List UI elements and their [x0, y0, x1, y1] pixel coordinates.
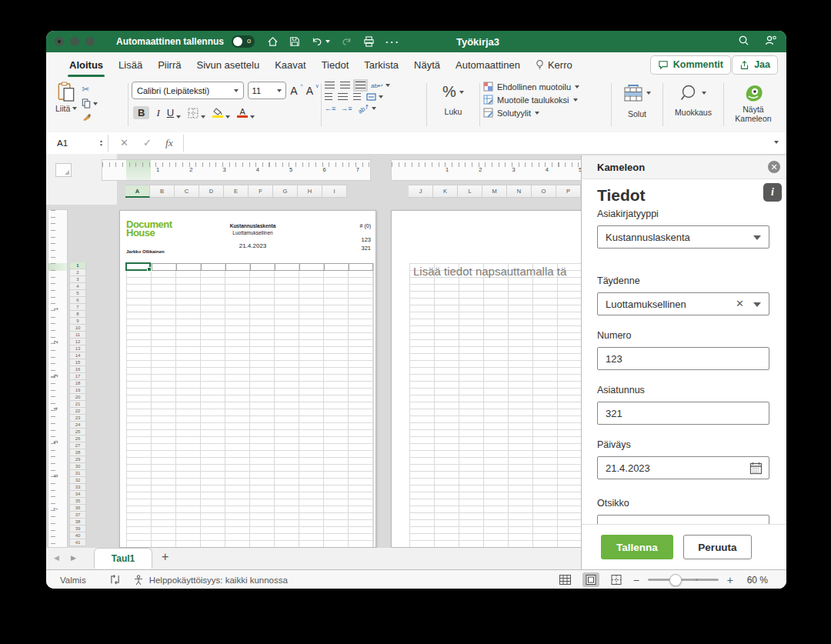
row-header[interactable]: 7: [69, 304, 86, 311]
add-details-hint-text[interactable]: Lisää tiedot napsauttamalla tä: [413, 265, 566, 278]
column-header[interactable]: N: [507, 185, 532, 198]
format-painter-button[interactable]: [82, 112, 98, 122]
normal-view-button[interactable]: [557, 572, 574, 587]
search-icon[interactable]: [738, 35, 749, 49]
row-header[interactable]: 28: [69, 449, 86, 456]
merge-center-button[interactable]: [366, 93, 383, 101]
copy-button[interactable]: [82, 98, 98, 108]
column-header[interactable]: G: [273, 185, 298, 198]
sheet-tab-taul1[interactable]: Taul1: [94, 548, 152, 569]
zoom-in-button[interactable]: +: [727, 574, 733, 586]
row-header[interactable]: 20: [69, 394, 86, 401]
column-header[interactable]: E: [224, 185, 249, 198]
row-header[interactable]: 23: [69, 415, 86, 422]
row-header[interactable]: 40: [69, 532, 86, 539]
row-header[interactable]: 30: [69, 463, 86, 470]
info-button[interactable]: i: [763, 183, 782, 202]
row-header[interactable]: 37: [69, 512, 86, 519]
font-size-select[interactable]: 11: [248, 82, 287, 99]
bold-button[interactable]: B: [133, 106, 149, 119]
editing-button[interactable]: [680, 82, 706, 105]
align-middle-icon[interactable]: [340, 82, 350, 89]
increase-font-button[interactable]: A^: [290, 85, 302, 97]
insert-function-button[interactable]: fx: [165, 132, 173, 153]
row-header[interactable]: 27: [69, 442, 86, 449]
tab-sivun-asettelu[interactable]: Sivun asettelu: [195, 54, 261, 76]
column-header[interactable]: A: [125, 185, 150, 198]
paste-button[interactable]: Liitä: [55, 82, 77, 132]
align-center-icon[interactable]: [338, 93, 348, 101]
wrap-text-button[interactable]: ab↩: [371, 82, 390, 89]
column-header[interactable]: D: [199, 185, 224, 198]
zoom-slider[interactable]: [648, 579, 719, 581]
cell-grid-page1[interactable]: [126, 263, 374, 548]
accessibility-icon[interactable]: [133, 575, 144, 586]
cell-grid-page2[interactable]: [409, 263, 586, 548]
case-id-input[interactable]: 321: [597, 402, 769, 425]
column-header[interactable]: I: [322, 185, 347, 198]
next-sheet-arrow-icon[interactable]: ▶: [71, 554, 76, 562]
record-macro-icon[interactable]: [109, 575, 121, 585]
row-header[interactable]: 18: [69, 380, 86, 387]
row-header[interactable]: 12: [69, 339, 86, 345]
conditional-formatting-button[interactable]: Ehdollinen muotoilu: [483, 82, 608, 92]
column-header[interactable]: C: [175, 185, 199, 198]
decrease-indent-button[interactable]: ←≡: [325, 105, 335, 112]
row-header[interactable]: 11: [69, 332, 86, 339]
tab-aloitus[interactable]: Aloitus: [68, 54, 105, 76]
formula-input[interactable]: [186, 132, 766, 153]
column-header[interactable]: J: [409, 185, 433, 198]
tab-tiedot[interactable]: Tiedot: [320, 54, 351, 76]
redo-icon[interactable]: [341, 36, 352, 47]
align-left-icon[interactable]: [325, 93, 332, 101]
column-header[interactable]: L: [458, 185, 482, 198]
row-header[interactable]: 31: [69, 470, 86, 477]
column-header[interactable]: B: [150, 185, 175, 198]
classification-combobox[interactable]: Luottamuksellinen ✕: [597, 292, 769, 315]
zoom-out-button[interactable]: −: [633, 574, 639, 586]
row-header[interactable]: 36: [69, 505, 86, 512]
close-pane-icon[interactable]: ✕: [768, 161, 780, 173]
dropdown-chevron-icon[interactable]: [753, 302, 761, 307]
more-commands-icon[interactable]: ···: [385, 36, 400, 48]
zoom-slider-handle[interactable]: [669, 574, 682, 586]
font-color-button[interactable]: A: [237, 108, 255, 118]
tab-automaattinen[interactable]: Automaattinen: [454, 54, 522, 76]
dropdown-chevron-icon[interactable]: [753, 235, 761, 240]
row-header[interactable]: 25: [69, 429, 86, 435]
row-header[interactable]: 38: [69, 519, 86, 526]
row-header[interactable]: 29: [69, 456, 86, 463]
italic-button[interactable]: I: [156, 107, 159, 119]
row-header[interactable]: 17: [69, 373, 86, 380]
number-input[interactable]: 123: [597, 347, 769, 370]
column-header[interactable]: F: [249, 185, 273, 198]
row-header[interactable]: 3: [69, 276, 86, 283]
worksheet-page-2[interactable]: Lisää tiedot napsauttamalla tä: [391, 210, 586, 548]
row-header[interactable]: 14: [69, 352, 86, 359]
column-header[interactable]: P: [556, 185, 581, 198]
row-header[interactable]: 33: [69, 484, 86, 491]
column-header[interactable]: M: [482, 185, 507, 198]
undo-icon[interactable]: [311, 36, 330, 47]
tab-nayta[interactable]: Näytä: [412, 54, 442, 76]
row-header[interactable]: 21: [69, 401, 86, 408]
presence-people-icon[interactable]: [765, 35, 777, 48]
close-window-button[interactable]: [55, 37, 64, 46]
minimize-window-button[interactable]: [70, 37, 79, 46]
date-input[interactable]: 21.4.2023: [597, 456, 769, 479]
cancel-button[interactable]: Peruuta: [683, 535, 752, 559]
column-header[interactable]: H: [298, 185, 322, 198]
calendar-icon[interactable]: [749, 462, 763, 477]
row-header[interactable]: 26: [69, 435, 86, 442]
tab-kaavat[interactable]: Kaavat: [273, 54, 307, 76]
row-header[interactable]: 13: [69, 345, 86, 352]
align-top-icon[interactable]: [325, 82, 335, 89]
document-type-dropdown[interactable]: Kustannuslaskenta: [597, 225, 769, 249]
save-icon[interactable]: [289, 36, 300, 47]
page-break-view-button[interactable]: [608, 572, 625, 587]
add-sheet-button[interactable]: +: [162, 550, 169, 564]
decrease-font-button[interactable]: Av: [306, 85, 318, 97]
share-button[interactable]: Jaa: [732, 55, 778, 75]
comments-button[interactable]: Kommentit: [650, 55, 731, 75]
column-header[interactable]: O: [532, 185, 556, 198]
